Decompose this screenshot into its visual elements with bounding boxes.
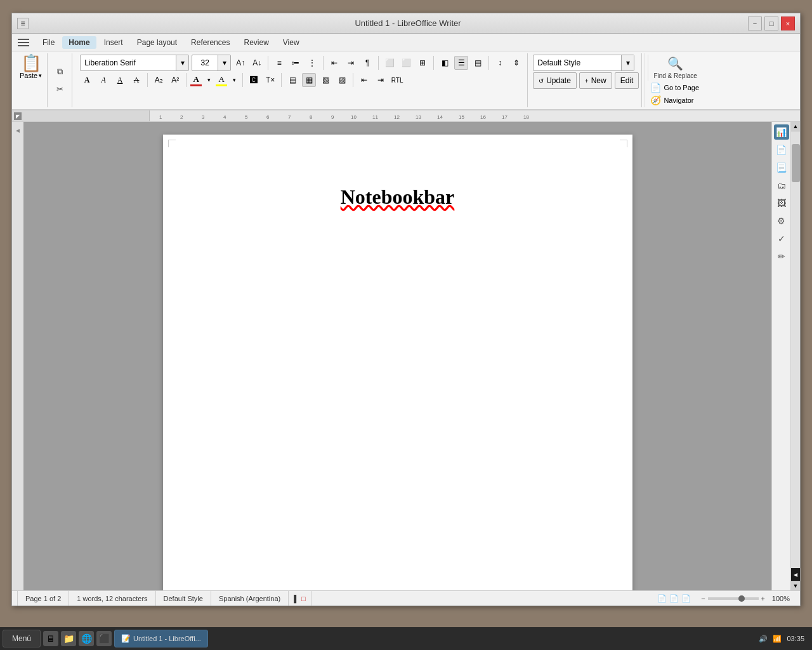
highlight-button[interactable]: A — [216, 74, 227, 86]
insert-box2-button[interactable]: ⬜ — [399, 56, 413, 70]
edit-style-button[interactable]: Edit — [615, 72, 639, 89]
pilcrow-button[interactable]: ¶ — [360, 56, 374, 70]
menu-review[interactable]: Review — [237, 36, 275, 49]
indent-add-button[interactable]: ⇥ — [374, 73, 388, 87]
web-view-icon[interactable]: 📄 — [669, 594, 679, 603]
menu-home[interactable]: Home — [62, 36, 96, 49]
scroll-down-button[interactable]: ▼ — [791, 581, 801, 590]
indent-remove-button[interactable]: ⇤ — [357, 73, 371, 87]
statusbar: Page 1 of 2 1 words, 12 characters Defau… — [12, 590, 800, 606]
taskbar-browser[interactable]: 🌐 — [79, 631, 94, 646]
page[interactable]: Notebookbar — [163, 135, 632, 590]
align-left-button[interactable]: ◧ — [438, 56, 452, 70]
navigator-button[interactable]: 🧭 Navigator — [648, 95, 702, 106]
strike-button[interactable]: A — [129, 73, 143, 87]
scrollbar-track[interactable] — [791, 131, 801, 568]
copy-button[interactable]: ⧉ — [51, 63, 68, 80]
go-to-page-button[interactable]: 📄 Go to Page — [648, 82, 702, 93]
taskbar-terminal[interactable]: ⬛ — [96, 631, 112, 646]
update-style-button[interactable]: ↺ Update — [533, 72, 577, 89]
document-area[interactable]: Notebookbar — [23, 122, 771, 590]
rtl-button[interactable]: RTL — [390, 73, 404, 87]
read-view-icon[interactable]: 📄 — [681, 594, 691, 603]
bold-button[interactable]: A — [80, 73, 94, 87]
highlight-dropdown[interactable]: ▾ — [230, 73, 239, 87]
network-icon[interactable]: 📶 — [773, 635, 782, 643]
underline-button[interactable]: A — [113, 73, 127, 87]
close-button[interactable]: × — [781, 17, 795, 30]
hamburger-menu[interactable] — [15, 34, 32, 51]
sidebar-gear-icon[interactable]: ⚙ — [774, 213, 789, 229]
scrollbar-thumb[interactable] — [792, 144, 800, 182]
maximize-button[interactable]: □ — [764, 17, 778, 30]
style-dropdown-btn[interactable]: ▾ — [621, 55, 634, 70]
ruler-corner[interactable]: ◤ — [14, 112, 22, 120]
zoom-out-button[interactable]: − — [701, 595, 705, 602]
sidebar-chart-icon[interactable]: 📊 — [774, 124, 789, 140]
ruler-mark-3: 3 — [202, 114, 204, 120]
menu-file[interactable]: File — [36, 36, 61, 49]
indent-less-button[interactable]: ⇤ — [327, 56, 341, 70]
outline-list-button[interactable]: ⋮ — [305, 56, 319, 70]
sidebar-check-icon[interactable]: ✓ — [774, 231, 789, 246]
document-title[interactable]: Notebookbar — [201, 185, 594, 209]
scrollbar[interactable]: ▲ ◀ ▼ — [790, 122, 800, 590]
menu-insert[interactable]: Insert — [98, 36, 129, 49]
paste-section[interactable]: 📋 Paste ▾ — [15, 53, 48, 107]
zoom-handle[interactable] — [738, 595, 745, 602]
subscript-button[interactable]: A₂ — [152, 73, 166, 87]
bullet-list-button[interactable]: ≡ — [272, 56, 286, 70]
minimize-button[interactable]: − — [748, 17, 762, 30]
doc-view-icon[interactable]: 📄 — [657, 594, 667, 603]
ruler-mark-10: 10 — [351, 114, 357, 120]
align-right-button[interactable]: ▤ — [471, 56, 485, 70]
cut-button[interactable]: ✂ — [51, 81, 68, 98]
align-center2-button[interactable]: ▦ — [302, 73, 316, 87]
sidebar-draw-icon[interactable]: ✏ — [774, 249, 789, 264]
sound-icon[interactable]: 🔊 — [759, 635, 768, 643]
taskbar-libreoffice[interactable]: 📝 Untitled 1 - LibreOffi... — [114, 630, 208, 647]
ruler-mark-11: 11 — [372, 114, 378, 120]
clear-format-button[interactable]: 🅲 — [247, 73, 261, 87]
sidebar-page-alt-icon[interactable]: 📃 — [774, 160, 789, 175]
align-center-button[interactable]: ☰ — [454, 56, 468, 70]
menu-references[interactable]: References — [185, 36, 236, 49]
insert-box-button[interactable]: ⬜ — [383, 56, 396, 70]
font-dropdown-btn[interactable]: ▾ — [176, 55, 188, 70]
insert-table-button[interactable]: ⊞ — [416, 56, 429, 70]
align-right2-button[interactable]: ▧ — [318, 73, 332, 87]
start-button[interactable]: Menú — [3, 630, 41, 647]
taskbar-files[interactable]: 📁 — [61, 631, 76, 646]
sidebar-collapse-button[interactable]: ◀ — [791, 568, 801, 581]
sidebar-image-icon[interactable]: 🖼 — [774, 196, 789, 211]
taskbar-show-desktop[interactable]: 🖥 — [43, 631, 58, 646]
font-size: 32 — [192, 58, 218, 67]
font-selector[interactable]: Liberation Serif ▾ — [80, 55, 189, 71]
font-color-button[interactable]: A — [190, 74, 202, 86]
superscript-button[interactable]: A² — [168, 73, 182, 87]
size-dropdown-btn[interactable]: ▾ — [218, 55, 230, 70]
sidebar-page-icon[interactable]: 📄 — [774, 142, 789, 157]
menu-page-layout[interactable]: Page layout — [131, 36, 183, 49]
zoom-slider[interactable] — [708, 597, 759, 600]
eraser-button[interactable]: T× — [263, 73, 277, 87]
new-style-button[interactable]: + New — [579, 72, 612, 89]
sidebar-template-icon[interactable]: 🗂 — [774, 178, 789, 193]
decrease-font-button[interactable]: A↓ — [250, 56, 264, 70]
scroll-up-button[interactable]: ▲ — [791, 122, 801, 131]
align-justify-button[interactable]: ▤ — [285, 73, 299, 87]
increase-font-button[interactable]: A↑ — [233, 56, 247, 70]
line-spacing-button[interactable]: ↕ — [493, 56, 507, 70]
para-spacing-button[interactable]: ⇕ — [509, 56, 523, 70]
size-selector[interactable]: 32 ▾ — [192, 55, 231, 71]
indent-more-button[interactable]: ⇥ — [344, 56, 358, 70]
font-color-dropdown[interactable]: ▾ — [204, 73, 213, 87]
align-fill-button[interactable]: ▨ — [335, 73, 349, 87]
zoom-in-button[interactable]: + — [761, 595, 765, 602]
italic-button[interactable]: A — [96, 73, 110, 87]
find-replace-button[interactable]: 🔍 Find & Replace — [648, 55, 702, 81]
number-list-button[interactable]: ≔ — [289, 56, 303, 70]
menu-view[interactable]: View — [277, 36, 306, 49]
style-selector[interactable]: Default Style ▾ — [533, 55, 634, 71]
cursor-indicator: □ — [301, 595, 306, 602]
